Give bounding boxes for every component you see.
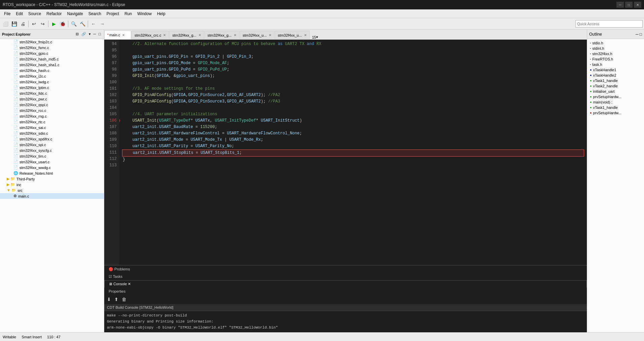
save-button[interactable]: 💾 xyxy=(10,20,18,28)
tree-item-lptim[interactable]: 📄 stm32f4xx_lptim.c xyxy=(0,85,104,90)
maximize-button[interactable]: □ xyxy=(625,2,633,8)
collapse-all-icon[interactable]: ⊟ xyxy=(75,32,80,37)
menu-window[interactable]: Window xyxy=(135,11,154,17)
outline-item-prv-setup-2[interactable]: ● prvSetupHardw... xyxy=(587,110,644,116)
tree-item-wwdg[interactable]: 📄 stm32f4xx_wwdg.c xyxy=(0,165,104,170)
tree-item-inc[interactable]: ▶ 📁 inc xyxy=(0,182,104,187)
close-button[interactable]: ✕ xyxy=(634,2,641,8)
tree-item-pwr[interactable]: 📄 stm32f4xx_pwr.c xyxy=(0,96,104,102)
quick-access-input[interactable] xyxy=(575,20,643,28)
outline-item-stm32f4xx[interactable]: ▪ stm32f4xx.h xyxy=(587,51,644,56)
tree-item-release-notes[interactable]: 🌐 Release_Notes.html xyxy=(0,170,104,176)
tree-item-syscfg[interactable]: 📄 stm32f4xx_syscfg.c xyxy=(0,147,104,153)
new-button[interactable]: ⬜ xyxy=(1,20,9,28)
tab-tasks[interactable]: ☑ Tasks xyxy=(104,273,587,280)
run-button[interactable]: ▶ xyxy=(50,20,58,28)
c-file-icon: 📄 xyxy=(13,40,18,44)
folder-icon: ▶ 📁 xyxy=(7,177,15,181)
tab-problems[interactable]: 🔴 Problems xyxy=(104,265,587,273)
tree-item-tim[interactable]: 📄 stm32f4xx_tim.c xyxy=(0,153,104,159)
tree-item-gpio[interactable]: 📄 stm32f4xx_gpio.c xyxy=(0,50,104,56)
menu-search[interactable]: Search xyxy=(86,11,104,17)
tree-item-iwdg[interactable]: 📄 stm32f4xx_iwdg.c xyxy=(0,79,104,85)
outline-item-main[interactable]: ● main(void) : xyxy=(587,99,644,105)
forward-button[interactable]: → xyxy=(98,20,106,28)
tree-item-hash-md5[interactable]: 📄 stm32f4xx_hash_md5.c xyxy=(0,56,104,62)
tab-close-button[interactable]: ✕ xyxy=(234,33,236,37)
outline-item-freertos[interactable]: ▪ FreeRTOS.h xyxy=(587,56,644,62)
tab-console[interactable]: 🖥 Console ✕ xyxy=(104,280,587,288)
tab-overflow-button[interactable]: 15 ▾ xyxy=(310,35,320,39)
menu-source[interactable]: Source xyxy=(26,11,44,17)
tab-main-c[interactable]: * main.c ✕ xyxy=(104,31,131,39)
search-button[interactable]: 🔍 xyxy=(70,20,78,28)
print-button[interactable]: 🖨 xyxy=(19,20,27,28)
menu-edit[interactable]: Edit xyxy=(13,11,26,17)
tab-close-button[interactable]: ✕ xyxy=(163,33,166,37)
console-clear[interactable]: 🗑 xyxy=(120,296,128,303)
tree-item-third-party[interactable]: ▶ 📁 Third-Party xyxy=(0,176,104,182)
menu-file[interactable]: File xyxy=(1,11,13,17)
tree-item-spdifrx[interactable]: 📄 stm32f4xx_spdifrx.c xyxy=(0,136,104,142)
tab-stm32f4xx-crc[interactable]: stm32f4xx_crc.c ✕ xyxy=(131,31,169,39)
outline-item-vtask2[interactable]: ● vTask2_handle xyxy=(587,83,644,89)
tree-item-spi[interactable]: 📄 stm32f4xx_spi.c xyxy=(0,142,104,147)
tab-stm32f4xx-g1[interactable]: stm32f4xx_g... ✕ xyxy=(169,31,204,39)
redo-button[interactable]: ↪ xyxy=(39,20,47,28)
console-scroll-up[interactable]: ⬆ xyxy=(113,296,120,303)
undo-button[interactable]: ↩ xyxy=(30,20,38,28)
tree-item-sdio[interactable]: 📄 stm32f4xx_sdio.c xyxy=(0,130,104,136)
tab-properties[interactable]: Properties xyxy=(104,288,587,295)
outline-label: FreeRTOS.h xyxy=(592,57,613,61)
outline-panel-minimize[interactable]: ─ xyxy=(636,32,639,37)
console-scroll-down[interactable]: ⬇ xyxy=(106,296,112,303)
outline-item-stdint[interactable]: ▪ stdint.h xyxy=(587,46,644,51)
outline-item-vtask1[interactable]: ● vTask1_handle xyxy=(587,78,644,83)
debug-button[interactable]: 🐞 xyxy=(59,20,67,28)
tree-item-sai[interactable]: 📄 stm32f4xx_sai.c xyxy=(0,125,104,130)
tab-stm32f4xx-g2[interactable]: stm32f4xx_g... ✕ xyxy=(204,31,239,39)
tree-item-hash[interactable]: 📄 stm32f4xx_hash.c xyxy=(0,68,104,73)
tree-item-src[interactable]: ▼ 📁 src xyxy=(0,187,104,193)
code-editor[interactable]: //2. Alternate function configuration of… xyxy=(119,40,587,265)
outline-item-xtaskhandle2[interactable]: ● xTaskHandle2 xyxy=(587,73,644,78)
tab-close-button[interactable]: ✕ xyxy=(122,33,125,37)
tree-item-rng[interactable]: 📄 stm32f4xx_rng.c xyxy=(0,113,104,119)
outline-panel-maximize[interactable]: □ xyxy=(640,32,642,37)
tab-close-button[interactable]: ✕ xyxy=(304,33,307,37)
menu-refactor[interactable]: Refactor xyxy=(44,11,64,17)
tree-item-hash-sha1[interactable]: 📄 stm32f4xx_hash_sha1.c xyxy=(0,62,104,68)
menu-run[interactable]: Run xyxy=(122,11,135,17)
tree-item-main-c[interactable]: ⚙ main.c xyxy=(0,193,104,199)
tree-item-rcc[interactable]: 📄 stm32f4xx_rcc.c xyxy=(0,108,104,113)
tab-stm32f4xx-u2[interactable]: stm32f4xx_u... ✕ xyxy=(275,31,310,39)
menu-help[interactable]: Help xyxy=(154,11,168,17)
menu-navigate[interactable]: Navigate xyxy=(64,11,85,17)
tab-stm32f4xx-u1[interactable]: stm32f4xx_u... ✕ xyxy=(240,31,275,39)
outline-item-xtaskhandle1[interactable]: ● xTaskHandle1 xyxy=(587,67,644,73)
tree-item-rtc[interactable]: 📄 stm32f4xx_rtc.c xyxy=(0,119,104,125)
tree-item-usart[interactable]: 📄 stm32f4xx_usart.c xyxy=(0,159,104,165)
outline-item-init-uart[interactable]: ● initialise_uart xyxy=(587,89,644,94)
c-file-icon: 📄 xyxy=(13,148,18,153)
outline-item-stdio[interactable]: ▪ stdio.h xyxy=(587,40,644,46)
outline-item-task-h[interactable]: ▪ task.h xyxy=(587,62,644,67)
outline-item-prv-setup-1[interactable]: ● prvSetupHardw... xyxy=(587,94,644,99)
tree-item-fmip2c[interactable]: 📄 stm32f4xx_fmip2c.c xyxy=(0,39,104,45)
panel-minimize-icon[interactable]: ─ xyxy=(92,32,97,37)
tab-close-button[interactable]: ✕ xyxy=(198,33,201,37)
link-editor-icon[interactable]: 🔗 xyxy=(80,32,87,37)
tree-item-fsmc[interactable]: 📄 stm32f4xx_fsmc.c xyxy=(0,45,104,50)
panel-menu-icon[interactable]: ▾ xyxy=(88,32,92,37)
tree-item-i2c[interactable]: 📄 stm32f4xx_i2c.c xyxy=(0,73,104,79)
outline-item-vtask1-2[interactable]: ● vTask1_handle xyxy=(587,105,644,110)
back-button[interactable]: ← xyxy=(89,20,98,28)
build-button[interactable]: 🔨 xyxy=(78,20,86,28)
line-num: 109 xyxy=(104,137,117,143)
menu-project[interactable]: Project xyxy=(104,11,122,17)
tree-item-ltdc[interactable]: 📄 stm32f4xx_ltdc.c xyxy=(0,90,104,96)
panel-maximize-icon[interactable]: □ xyxy=(98,32,102,37)
tree-item-qspi[interactable]: 📄 stm32f4xx_qspi.c xyxy=(0,102,104,108)
minimize-button[interactable]: ─ xyxy=(616,2,624,8)
tab-close-button[interactable]: ✕ xyxy=(269,33,271,37)
